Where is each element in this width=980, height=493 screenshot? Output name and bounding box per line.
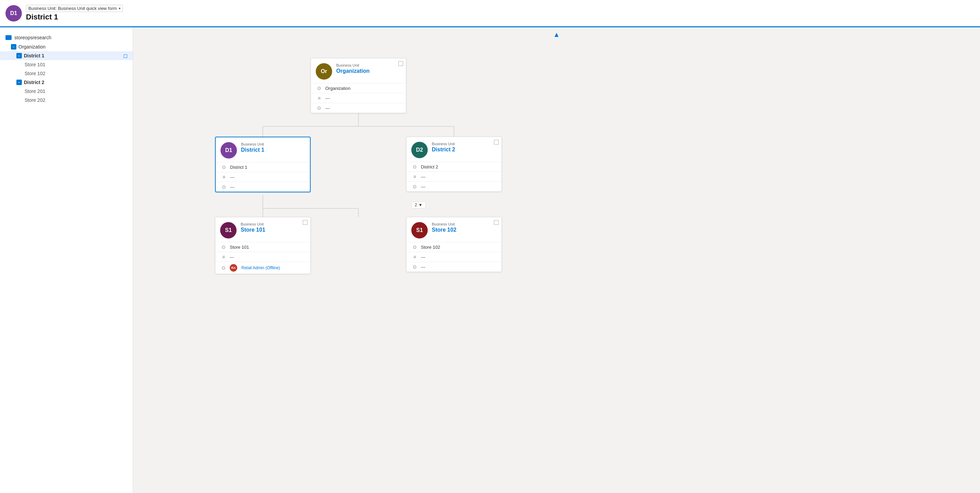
sidebar-item-district1[interactable]: − District 1 ⬚ bbox=[0, 51, 133, 60]
store102-row3-value: --- bbox=[421, 265, 425, 270]
org-row3: ⊙ --- bbox=[311, 103, 406, 113]
sidebar-root: storeopsresearch bbox=[0, 33, 133, 42]
card-checkbox-s102[interactable] bbox=[494, 220, 499, 225]
store102-card[interactable]: S1 Business Unit Store 102 ⊙ Store 102 ≡… bbox=[406, 217, 502, 272]
sidebar-district2-label: District 2 bbox=[24, 80, 45, 85]
store101-row1-value: Store 101 bbox=[230, 245, 249, 250]
sidebar-root-label: storeopsresearch bbox=[14, 35, 51, 40]
sidebar-org-label: Organization bbox=[18, 44, 45, 49]
header-dropdown-label: Business Unit: Business Unit quick view … bbox=[28, 6, 117, 11]
expand-count: 2 bbox=[415, 203, 417, 207]
district1-row3-icon: ⊙ bbox=[221, 184, 228, 190]
collapse-icon-d1: − bbox=[16, 53, 22, 58]
org-avatar: Or bbox=[316, 63, 332, 80]
org-name[interactable]: Organization bbox=[336, 68, 370, 74]
org-row3-value: --- bbox=[325, 105, 330, 111]
store101-row2-value: --- bbox=[230, 255, 234, 260]
chevron-down-icon: ▾ bbox=[119, 6, 121, 10]
district2-row3: ⊙ --- bbox=[407, 182, 501, 191]
store101-card[interactable]: S1 Business Unit Store 101 ⊙ Store 101 ≡… bbox=[215, 217, 310, 274]
store102-row3: ⊙ --- bbox=[407, 262, 501, 271]
open-record-icon[interactable]: ⬚ bbox=[123, 53, 127, 58]
district2-card-header: D2 Business Unit District 2 bbox=[407, 137, 501, 161]
card-checkbox-d2[interactable] bbox=[494, 140, 499, 145]
org-chart-canvas: ▲ Or bbox=[133, 27, 980, 493]
org-title-area: Business Unit Organization bbox=[336, 63, 370, 74]
org-row1-icon: ⊙ bbox=[316, 85, 323, 91]
district2-row1: ⊙ District 2 bbox=[407, 161, 501, 172]
store102-row1: ⊙ Store 102 bbox=[407, 242, 501, 252]
org-row3-icon: ⊙ bbox=[316, 105, 323, 111]
store102-avatar: S1 bbox=[411, 222, 428, 238]
sidebar-store202-label: Store 202 bbox=[25, 97, 45, 103]
store101-row2: ≡ --- bbox=[215, 252, 310, 262]
store101-row1-icon: ⊙ bbox=[220, 244, 227, 250]
header-title: District 1 bbox=[26, 13, 123, 22]
district2-avatar: D2 bbox=[411, 142, 428, 158]
card-checkbox-org[interactable] bbox=[398, 61, 403, 66]
store101-row3-icon: ⊙ bbox=[220, 265, 227, 271]
store101-name[interactable]: Store 101 bbox=[241, 227, 265, 233]
sidebar-root-icon bbox=[5, 35, 12, 40]
store102-card-header: S1 Business Unit Store 102 bbox=[407, 217, 501, 242]
store101-row3: ⊙ RA Retail Admin (Offline) bbox=[215, 262, 310, 274]
org-row1-value: Organization bbox=[325, 86, 350, 91]
sidebar-item-organization[interactable]: − Organization bbox=[0, 42, 133, 51]
collapse-icon: − bbox=[11, 44, 16, 49]
district1-row3-value: --- bbox=[230, 185, 234, 190]
app-header: D1 Business Unit: Business Unit quick vi… bbox=[0, 0, 980, 27]
sidebar-store201-label: Store 201 bbox=[25, 88, 45, 94]
district1-row3: ⊙ --- bbox=[216, 182, 310, 191]
store101-row1: ⊙ Store 101 bbox=[215, 242, 310, 252]
district1-card-header: D1 Business Unit District 1 bbox=[216, 137, 310, 162]
district2-card[interactable]: D2 Business Unit District 2 ⊙ District 2… bbox=[406, 137, 502, 191]
district1-row2-value: --- bbox=[230, 175, 234, 180]
district2-name[interactable]: District 2 bbox=[432, 147, 455, 153]
org-row2: ≡ --- bbox=[311, 93, 406, 103]
scroll-up-button[interactable]: ▲ bbox=[553, 31, 560, 38]
store102-row2-value: --- bbox=[421, 255, 425, 260]
header-info: Business Unit: Business Unit quick view … bbox=[26, 5, 123, 22]
org-row2-icon: ≡ bbox=[316, 95, 323, 101]
store102-row3-icon: ⊙ bbox=[411, 264, 418, 270]
expand-badge[interactable]: 2 ▼ bbox=[412, 201, 426, 208]
sidebar-item-store102[interactable]: Store 102 bbox=[0, 69, 133, 78]
sidebar-item-store101[interactable]: Store 101 bbox=[0, 60, 133, 69]
district2-row3-value: --- bbox=[421, 184, 425, 189]
store101-row3-value: Retail Admin (Offline) bbox=[241, 265, 280, 270]
district2-row2-icon: ≡ bbox=[411, 174, 418, 179]
district1-row2: ≡ --- bbox=[216, 172, 310, 182]
org-card[interactable]: Or Business Unit Organization ⊙ Organiza… bbox=[310, 58, 406, 113]
district2-title-area: Business Unit District 2 bbox=[432, 142, 455, 153]
district1-title-area: Business Unit District 1 bbox=[241, 142, 264, 153]
district1-name[interactable]: District 1 bbox=[241, 147, 264, 153]
expand-arrow-icon: ▼ bbox=[418, 203, 423, 207]
district1-row1: ⊙ District 1 bbox=[216, 162, 310, 172]
sidebar-store101-label: Store 101 bbox=[25, 62, 45, 67]
main-layout: storeopsresearch − Organization − Distri… bbox=[0, 27, 980, 493]
district1-row1-icon: ⊙ bbox=[221, 164, 228, 170]
sidebar-item-district2[interactable]: − District 2 bbox=[0, 78, 133, 87]
org-row2-value: --- bbox=[325, 96, 330, 101]
store102-name[interactable]: Store 102 bbox=[432, 227, 457, 233]
district2-row2: ≡ --- bbox=[407, 172, 501, 182]
store101-row2-icon: ≡ bbox=[220, 254, 227, 260]
header-dropdown[interactable]: Business Unit: Business Unit quick view … bbox=[26, 5, 123, 12]
collapse-icon-d2: − bbox=[16, 80, 22, 85]
org-row1: ⊙ Organization bbox=[311, 83, 406, 93]
sidebar-store102-label: Store 102 bbox=[25, 71, 45, 76]
district2-row3-icon: ⊙ bbox=[411, 184, 418, 189]
sidebar-district1-label: District 1 bbox=[24, 53, 45, 58]
sidebar-item-store202[interactable]: Store 202 bbox=[0, 96, 133, 105]
district1-type-label: Business Unit bbox=[241, 142, 264, 146]
store102-row2-icon: ≡ bbox=[411, 254, 418, 260]
store101-type-label: Business Unit bbox=[241, 222, 265, 226]
district2-row1-value: District 2 bbox=[421, 164, 438, 169]
sidebar-item-store201[interactable]: Store 201 bbox=[0, 87, 133, 96]
district2-row1-icon: ⊙ bbox=[411, 164, 418, 169]
store101-avatar: S1 bbox=[220, 222, 237, 238]
card-checkbox-s101[interactable] bbox=[303, 220, 307, 225]
org-type-label: Business Unit bbox=[336, 63, 370, 67]
district1-card[interactable]: D1 Business Unit District 1 ⊙ District 1… bbox=[215, 137, 310, 192]
store102-row1-value: Store 102 bbox=[421, 245, 440, 250]
